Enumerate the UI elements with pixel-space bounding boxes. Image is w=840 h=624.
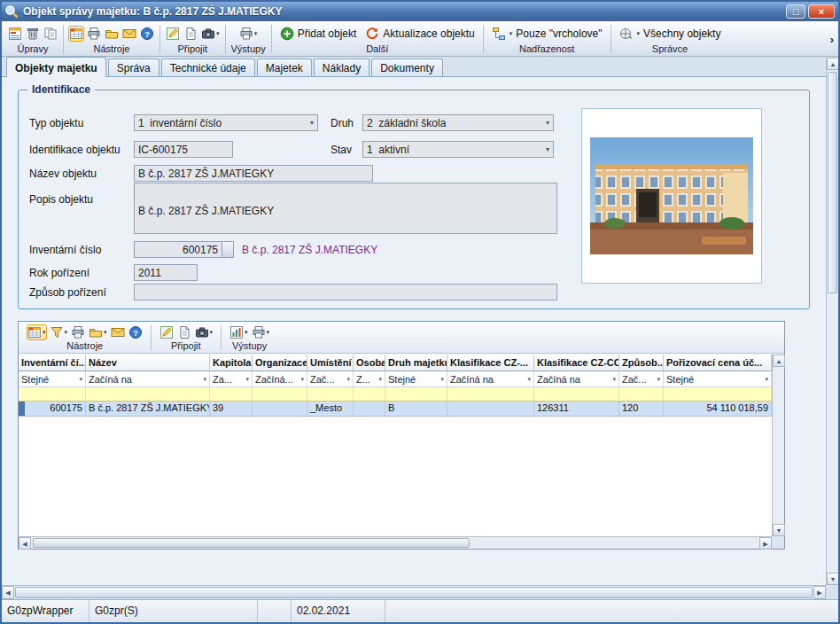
rok-porizeni-input[interactable]: 2011 xyxy=(134,264,198,281)
grid-cell-organizace[interactable] xyxy=(253,402,307,417)
edit-icon[interactable] xyxy=(159,325,174,339)
filter-input[interactable] xyxy=(619,387,664,402)
delete-icon[interactable] xyxy=(26,27,40,41)
scroll-left-button[interactable]: ◀ xyxy=(2,586,14,599)
mail-icon[interactable] xyxy=(111,325,125,339)
column-header-nazev[interactable]: Název xyxy=(86,355,210,371)
table-view-button[interactable] xyxy=(69,27,83,41)
column-header-kapitola[interactable]: Kapitola xyxy=(210,355,253,371)
print-icon[interactable] xyxy=(87,27,101,41)
scroll-right-button[interactable]: ▶ xyxy=(813,586,826,599)
column-header-porizovaci-cena[interactable]: Pořizovací cena úč... xyxy=(664,355,772,371)
column-header-umisteni[interactable]: Umístění xyxy=(307,355,354,371)
grid-folder-button[interactable]: ▾ xyxy=(89,325,107,339)
scrollbar-thumb[interactable] xyxy=(828,72,837,293)
grid-vertical-scrollbar[interactable]: ▲ ▼ xyxy=(772,355,784,536)
scroll-down-button[interactable]: ▼ xyxy=(773,524,785,536)
filter-operator[interactable]: Zač...▾ xyxy=(307,371,354,387)
column-header-organizace[interactable]: Organizace xyxy=(253,355,307,371)
filter-operator[interactable]: Začíná na▾ xyxy=(534,371,619,387)
grid-cell-nazev[interactable]: B č.p. 2817 ZŠ J.MATIEGKY xyxy=(86,402,210,417)
filter-input[interactable] xyxy=(86,387,210,402)
document-icon[interactable] xyxy=(183,27,198,41)
tab-majetek[interactable]: Majetek xyxy=(257,58,312,76)
toolbar-overflow-button[interactable]: › xyxy=(828,33,836,46)
document-icon[interactable] xyxy=(177,325,191,339)
grid-cell-klasifikace-cz[interactable] xyxy=(447,402,534,417)
column-header-klasifikace-cz-cc[interactable]: Klasifikace CZ-CC xyxy=(534,355,619,371)
grid-cell-kapitola[interactable]: 39 xyxy=(210,402,253,417)
grid-data-row[interactable]: 600175 B č.p. 2817 ZŠ J.MATIEGKY 39 _Mes… xyxy=(19,402,772,417)
grid-cell-porizovaci-cena[interactable]: 54 110 018,59 xyxy=(664,402,772,417)
druh-select[interactable]: 2 základní škola ▾ xyxy=(362,114,554,131)
close-button[interactable]: × xyxy=(808,4,835,19)
vsechny-objekty-button[interactable]: ▾ Všechny objekty xyxy=(617,26,724,42)
scroll-up-button[interactable]: ▲ xyxy=(827,58,839,70)
tab-dokumenty[interactable]: Dokumenty xyxy=(371,58,443,76)
identifikace-objektu-input[interactable]: IC-600175 xyxy=(134,141,233,158)
camera-button[interactable]: ▾ xyxy=(195,325,214,339)
popis-objektu-textarea[interactable]: B č.p. 2817 ZŠ J.MATIEGKY xyxy=(134,183,557,234)
filter-input[interactable] xyxy=(307,387,354,402)
grid-c-druh-majetku[interactable]: B xyxy=(385,402,447,417)
column-header-druh-majetku[interactable]: Druh majetku xyxy=(385,355,447,371)
help-icon[interactable]: ? xyxy=(140,27,154,41)
filter-operator[interactable]: Začíná...▾ xyxy=(253,371,307,387)
grid-table-view-button[interactable]: ▾ xyxy=(27,325,46,339)
copy-icon[interactable] xyxy=(43,27,58,41)
grid-cell-osoba[interactable] xyxy=(354,402,385,417)
vertical-scrollbar[interactable]: ▲ ▼ xyxy=(826,58,838,585)
folder-icon[interactable] xyxy=(105,27,119,41)
mail-icon[interactable] xyxy=(122,27,136,41)
stav-select[interactable]: 1 aktivní ▾ xyxy=(362,141,554,158)
scroll-right-button[interactable]: ▶ xyxy=(759,537,772,550)
inventarni-cislo-lookup-button[interactable] xyxy=(222,241,234,258)
help-icon[interactable]: ? xyxy=(128,325,143,339)
scrollbar-track[interactable] xyxy=(827,70,838,573)
tab-technicke-udaje[interactable]: Technické údaje xyxy=(161,58,255,76)
tab-naklady[interactable]: Náklady xyxy=(314,58,369,76)
column-header-osoba[interactable]: Osoba xyxy=(354,355,385,371)
update-object-button[interactable]: Aktualizace objektu xyxy=(362,26,477,42)
filter-input[interactable] xyxy=(210,387,253,402)
filter-input[interactable] xyxy=(534,387,619,402)
scrollbar-track[interactable] xyxy=(31,537,759,549)
filter-operator[interactable]: Stejné▾ xyxy=(664,371,772,387)
tab-sprava[interactable]: Správa xyxy=(108,58,159,76)
filter-input[interactable] xyxy=(664,387,772,402)
chart-button[interactable]: ▾ xyxy=(229,325,248,339)
maximize-button[interactable]: □ xyxy=(786,4,805,19)
print-menu-button[interactable]: ▾ xyxy=(239,27,258,41)
filter-input[interactable] xyxy=(354,387,385,402)
add-object-button[interactable]: Přidat objekt xyxy=(277,26,360,42)
grid-cell-inventarni-cislo[interactable]: 600175 xyxy=(19,402,86,417)
filter-operator[interactable]: Za...▾ xyxy=(210,371,253,387)
typ-objektu-select[interactable]: 1 inventární číslo ▾ xyxy=(134,114,318,131)
scroll-down-button[interactable]: ▼ xyxy=(827,573,839,585)
grid-cell-zpusob[interactable]: 120 xyxy=(619,402,664,417)
filter-input[interactable] xyxy=(253,387,307,402)
scroll-left-button[interactable]: ◀ xyxy=(19,537,31,550)
print-menu-button[interactable]: ▾ xyxy=(252,325,270,339)
filter-operator[interactable]: Začíná na▾ xyxy=(86,371,210,387)
filter-operator[interactable]: Začíná na▾ xyxy=(447,371,534,387)
column-header-klasifikace-cz[interactable]: Klasifikace CZ-... xyxy=(447,355,534,371)
tab-objekty-majetku[interactable]: Objekty majetku xyxy=(6,57,106,77)
form-icon[interactable] xyxy=(8,27,22,41)
inventarni-cislo-link[interactable]: B č.p. 2817 ZŠ J.MATIEGKY xyxy=(242,244,377,256)
column-header-zpusob[interactable]: Způsob... xyxy=(619,355,664,371)
filter-operator[interactable]: Stejné▾ xyxy=(19,371,86,387)
scrollbar-thumb[interactable] xyxy=(15,587,813,598)
horizontal-scrollbar[interactable]: ◀ ▶ xyxy=(2,585,826,599)
pouze-vrcholove-button[interactable]: ▾ Pouze "vrcholove" xyxy=(489,26,605,42)
camera-button[interactable]: ▾ xyxy=(201,27,220,41)
zpusob-porizeni-input[interactable] xyxy=(134,284,557,300)
grid-filter-button[interactable]: ▾ xyxy=(50,325,68,339)
scrollbar-thumb[interactable] xyxy=(33,538,470,548)
filter-operator[interactable]: Z...▾ xyxy=(354,371,385,387)
edit-icon[interactable] xyxy=(166,27,180,41)
inventarni-cislo-input[interactable]: 600175 xyxy=(138,244,218,256)
filter-input[interactable] xyxy=(19,387,86,402)
filter-input[interactable] xyxy=(447,387,534,402)
nazev-objektu-input[interactable]: B č.p. 2817 ZŠ J.MATIEGKY xyxy=(134,165,373,182)
